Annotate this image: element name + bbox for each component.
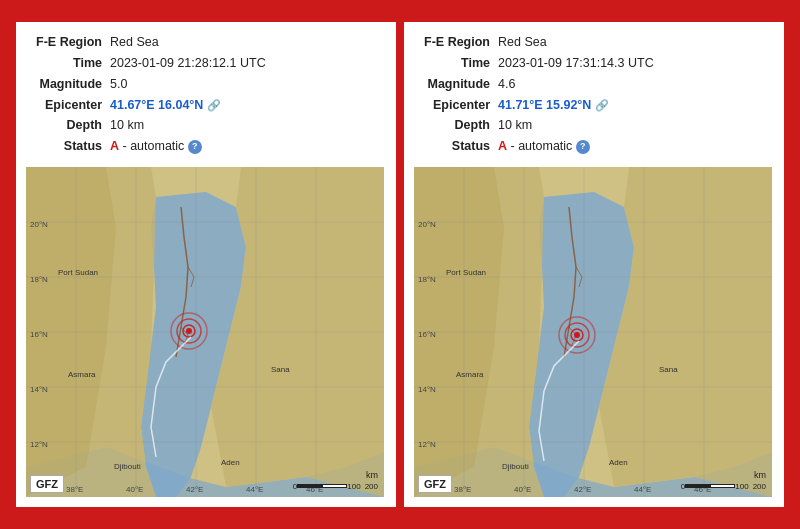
time-label-2: Time <box>414 53 494 74</box>
scale-seg1-1 <box>297 484 322 488</box>
svg-text:38°E: 38°E <box>66 485 83 494</box>
svg-text:20°N: 20°N <box>30 220 48 229</box>
outer-border: F-E Region Red Sea Time 2023-01-09 21:28… <box>0 0 800 529</box>
scale-label-2: km <box>754 470 766 480</box>
depth-label-1: Depth <box>26 115 106 136</box>
cards-container: F-E Region Red Sea Time 2023-01-09 21:28… <box>16 22 784 507</box>
svg-text:40°E: 40°E <box>126 485 143 494</box>
status-text-1: - automatic <box>123 139 185 153</box>
svg-point-61 <box>574 332 580 338</box>
svg-text:42°E: 42°E <box>186 485 203 494</box>
time-label-1: Time <box>26 53 106 74</box>
svg-text:44°E: 44°E <box>634 485 651 494</box>
earthquake-card-1: F-E Region Red Sea Time 2023-01-09 21:28… <box>16 22 396 507</box>
scale-100-2: 100 <box>735 482 748 491</box>
epicenter-label-2: Epicenter <box>414 95 494 116</box>
map-svg-2: 20°N 18°N 16°N 14°N 12°N 38°E 40°E 42°E … <box>414 167 772 497</box>
epicenter-link-2[interactable]: 41.71°E 15.92°N <box>498 98 591 112</box>
info-table-2: F-E Region Red Sea Time 2023-01-09 17:31… <box>414 32 774 157</box>
epicenter-link-1[interactable]: 41.67°E 16.04°N <box>110 98 203 112</box>
svg-text:12°N: 12°N <box>418 440 436 449</box>
magnitude-label-1: Magnitude <box>26 74 106 95</box>
scale-bar-inner-2: 0 100 200 <box>681 482 766 491</box>
magnitude-value-2: 4.6 <box>494 74 774 95</box>
status-a-badge-2: A <box>498 139 507 153</box>
magnitude-value-1: 5.0 <box>106 74 386 95</box>
svg-text:12°N: 12°N <box>30 440 48 449</box>
svg-text:44°E: 44°E <box>246 485 263 494</box>
svg-text:38°E: 38°E <box>454 485 471 494</box>
map-1: 20°N 18°N 16°N 14°N 12°N 38°E 40°E 42°E … <box>26 167 384 497</box>
status-value-2: A - automatic ? <box>494 136 774 157</box>
depth-label-2: Depth <box>414 115 494 136</box>
svg-text:Port Sudan: Port Sudan <box>58 268 98 277</box>
status-label-2: Status <box>414 136 494 157</box>
svg-point-30 <box>186 328 192 334</box>
fe-region-label-2: F-E Region <box>414 32 494 53</box>
svg-text:Asmara: Asmara <box>456 370 484 379</box>
time-value-1: 2023-01-09 21:28:12.1 UTC <box>106 53 386 74</box>
time-value-2: 2023-01-09 17:31:14.3 UTC <box>494 53 774 74</box>
fe-region-value-1: Red Sea <box>106 32 386 53</box>
svg-text:Sana: Sana <box>271 365 290 374</box>
scale-seg1-2 <box>685 484 710 488</box>
scale-bar-2: km 0 100 200 <box>681 470 766 491</box>
svg-text:Aden: Aden <box>609 458 628 467</box>
scale-200-2: 200 <box>753 482 766 491</box>
fe-region-label-1: F-E Region <box>26 32 106 53</box>
epicenter-link-icon-1: 🔗 <box>207 99 221 111</box>
epicenter-value-2: 41.71°E 15.92°N 🔗 <box>494 95 774 116</box>
svg-text:14°N: 14°N <box>418 385 436 394</box>
map-svg-1: 20°N 18°N 16°N 14°N 12°N 38°E 40°E 42°E … <box>26 167 384 497</box>
fe-region-value-2: Red Sea <box>494 32 774 53</box>
scale-100-1: 100 <box>347 482 360 491</box>
help-icon-1[interactable]: ? <box>188 140 202 154</box>
scale-200-1: 200 <box>365 482 378 491</box>
svg-text:Port Sudan: Port Sudan <box>446 268 486 277</box>
info-table-1: F-E Region Red Sea Time 2023-01-09 21:28… <box>26 32 386 157</box>
gfz-badge-1: GFZ <box>30 475 64 493</box>
epicenter-value-1: 41.67°E 16.04°N 🔗 <box>106 95 386 116</box>
earthquake-card-2: F-E Region Red Sea Time 2023-01-09 17:31… <box>404 22 784 507</box>
help-icon-2[interactable]: ? <box>576 140 590 154</box>
svg-text:Djibouti: Djibouti <box>114 462 141 471</box>
magnitude-label-2: Magnitude <box>414 74 494 95</box>
map-2: 20°N 18°N 16°N 14°N 12°N 38°E 40°E 42°E … <box>414 167 772 497</box>
status-value-1: A - automatic ? <box>106 136 386 157</box>
svg-text:Asmara: Asmara <box>68 370 96 379</box>
svg-text:16°N: 16°N <box>418 330 436 339</box>
scale-bar-inner-1: 0 100 200 <box>293 482 378 491</box>
svg-text:Sana: Sana <box>659 365 678 374</box>
svg-text:40°E: 40°E <box>514 485 531 494</box>
status-label-1: Status <box>26 136 106 157</box>
svg-text:18°N: 18°N <box>418 275 436 284</box>
svg-text:16°N: 16°N <box>30 330 48 339</box>
svg-text:20°N: 20°N <box>418 220 436 229</box>
depth-value-2: 10 km <box>494 115 774 136</box>
epicenter-link-icon-2: 🔗 <box>595 99 609 111</box>
svg-text:Djibouti: Djibouti <box>502 462 529 471</box>
status-a-badge-1: A <box>110 139 119 153</box>
gfz-badge-2: GFZ <box>418 475 452 493</box>
svg-text:18°N: 18°N <box>30 275 48 284</box>
scale-seg2-1 <box>322 484 347 488</box>
svg-text:42°E: 42°E <box>574 485 591 494</box>
svg-text:14°N: 14°N <box>30 385 48 394</box>
scale-seg2-2 <box>710 484 735 488</box>
svg-text:Aden: Aden <box>221 458 240 467</box>
status-text-2: - automatic <box>511 139 573 153</box>
scale-label-1: km <box>366 470 378 480</box>
depth-value-1: 10 km <box>106 115 386 136</box>
scale-bar-1: km 0 100 200 <box>293 470 378 491</box>
epicenter-label-1: Epicenter <box>26 95 106 116</box>
